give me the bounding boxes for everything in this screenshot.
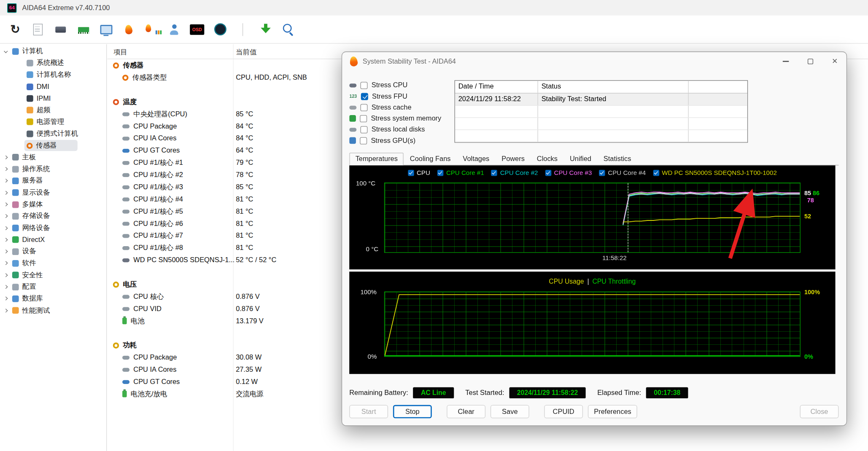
legend-item[interactable]: CPU bbox=[408, 169, 430, 176]
stress-checkbox[interactable] bbox=[360, 137, 367, 144]
benchmark-icon[interactable] bbox=[145, 22, 159, 36]
tab[interactable]: Clocks bbox=[531, 153, 563, 165]
chevron-icon[interactable] bbox=[4, 261, 8, 265]
legend-checkbox[interactable] bbox=[653, 169, 659, 175]
sidebar-item[interactable]: 软件 bbox=[0, 258, 106, 269]
memory-icon[interactable] bbox=[76, 22, 90, 36]
stress-option[interactable]: Stress system memory bbox=[349, 113, 452, 124]
minimize-icon[interactable] bbox=[783, 61, 789, 62]
tab[interactable]: Unified bbox=[563, 153, 597, 165]
legend-item[interactable]: CPU Core #4 bbox=[599, 169, 646, 176]
refresh-icon[interactable] bbox=[8, 22, 22, 36]
chevron-icon[interactable] bbox=[4, 226, 8, 230]
row-value: 81 °C bbox=[236, 244, 253, 252]
sidebar-item[interactable]: 多媒体 bbox=[0, 199, 106, 210]
dialog-button[interactable]: Stop bbox=[393, 405, 432, 419]
chevron-icon[interactable] bbox=[4, 167, 8, 171]
sidebar-item[interactable]: 存储设备 bbox=[0, 210, 106, 222]
legend-item[interactable]: CPU Core #1 bbox=[437, 169, 484, 176]
close-button[interactable]: Close bbox=[800, 405, 839, 419]
stress-checkbox[interactable] bbox=[360, 82, 367, 89]
stress-option[interactable]: 123 Stress FPU bbox=[349, 91, 452, 102]
sidebar-item[interactable]: 计算机名称 bbox=[0, 69, 106, 81]
stress-option[interactable]: Stress cache bbox=[349, 102, 452, 113]
chevron-icon[interactable] bbox=[4, 273, 8, 277]
sidebar-item[interactable]: 便携式计算机 bbox=[0, 128, 106, 140]
dialog-button[interactable]: Preferences bbox=[588, 405, 637, 419]
sidebar-item[interactable]: 主板 bbox=[0, 151, 106, 163]
legend-checkbox[interactable] bbox=[545, 169, 551, 175]
chevron-icon[interactable] bbox=[4, 156, 8, 159]
update-download-icon[interactable] bbox=[259, 22, 272, 36]
sidebar-item[interactable]: 数据库 bbox=[0, 293, 106, 305]
sensorpanel-icon[interactable] bbox=[213, 22, 227, 36]
chevron-icon[interactable] bbox=[4, 179, 8, 183]
stress-option[interactable]: Stress GPU(s) bbox=[349, 135, 452, 146]
log-row[interactable]: 2024/11/29 11:58:22 Stability Test: Star… bbox=[455, 94, 747, 106]
sidebar-item[interactable]: 电源管理 bbox=[0, 116, 106, 128]
stress-checkbox[interactable] bbox=[360, 115, 367, 122]
sidebar-item[interactable]: 性能测试 bbox=[0, 305, 106, 317]
chevron-icon[interactable] bbox=[4, 214, 8, 218]
stress-checkbox[interactable] bbox=[360, 104, 367, 111]
tab[interactable]: Voltages bbox=[457, 153, 496, 165]
sidebar-item[interactable]: 操作系统 bbox=[0, 163, 106, 175]
tab[interactable]: Temperatures bbox=[349, 153, 404, 165]
find-icon[interactable] bbox=[281, 22, 295, 36]
chevron-icon[interactable] bbox=[4, 238, 8, 242]
chevron-icon[interactable] bbox=[4, 202, 8, 206]
legend-label: CPU bbox=[417, 169, 430, 176]
tab[interactable]: Statistics bbox=[597, 153, 637, 165]
toolbar-separator[interactable] bbox=[236, 22, 250, 36]
close-icon[interactable] bbox=[832, 59, 838, 64]
sidebar-item[interactable]: DMI bbox=[0, 81, 106, 92]
dialog-button[interactable]: Save bbox=[491, 405, 529, 419]
legend-checkbox[interactable] bbox=[437, 169, 443, 175]
log-row[interactable] bbox=[455, 118, 747, 130]
legend-item[interactable]: WD PC SN5000S SDEQNSJ-1T00-1002 bbox=[653, 169, 777, 176]
stress-option[interactable]: Stress CPU bbox=[349, 80, 452, 91]
dialog-button[interactable]: Start bbox=[349, 405, 388, 419]
display-icon[interactable] bbox=[99, 22, 113, 36]
sidebar-item[interactable]: DirectX bbox=[0, 234, 106, 246]
chevron-icon[interactable] bbox=[4, 297, 8, 301]
tab[interactable]: Powers bbox=[496, 153, 531, 165]
sidebar-item[interactable]: 显示设备 bbox=[0, 187, 106, 199]
legend-checkbox[interactable] bbox=[599, 169, 605, 175]
dialog-button[interactable]: CPUID bbox=[544, 405, 583, 419]
maximize-icon[interactable] bbox=[808, 59, 813, 64]
sidebar-item[interactable]: IPMI bbox=[0, 92, 106, 104]
storage-icon[interactable] bbox=[54, 22, 67, 36]
stress-option[interactable]: Stress local disks bbox=[349, 124, 452, 135]
stress-checkbox[interactable] bbox=[361, 93, 368, 100]
chevron-icon[interactable] bbox=[4, 309, 8, 312]
chevron-icon[interactable] bbox=[4, 191, 8, 194]
dialog-button[interactable]: Clear bbox=[447, 405, 485, 419]
system-audit-icon[interactable] bbox=[167, 22, 181, 36]
report-icon[interactable] bbox=[31, 22, 45, 36]
legend-item[interactable]: CPU Core #3 bbox=[545, 169, 592, 176]
sidebar-item[interactable]: 设备 bbox=[0, 246, 106, 258]
sidebar-item-label: 电源管理 bbox=[37, 117, 65, 126]
chevron-icon[interactable] bbox=[4, 49, 8, 53]
chevron-icon[interactable] bbox=[4, 285, 8, 289]
sidebar-item[interactable]: 超频 bbox=[0, 104, 106, 116]
tab[interactable]: Cooling Fans bbox=[404, 153, 457, 165]
sidebar-item[interactable]: 计算机 bbox=[0, 46, 106, 57]
legend-checkbox[interactable] bbox=[491, 169, 497, 175]
sidebar-item[interactable]: 配置 bbox=[0, 281, 106, 293]
burn-in-icon[interactable] bbox=[122, 22, 136, 36]
chevron-icon[interactable] bbox=[4, 250, 8, 253]
sidebar-item[interactable]: 系统概述 bbox=[0, 57, 106, 69]
sidebar-item[interactable]: 传感器 bbox=[0, 140, 106, 151]
legend-checkbox[interactable] bbox=[408, 169, 414, 175]
log-row[interactable] bbox=[455, 130, 747, 142]
log-row[interactable] bbox=[455, 106, 747, 118]
sidebar-item[interactable]: 服务器 bbox=[0, 175, 106, 187]
sidebar-item[interactable]: 网络设备 bbox=[0, 222, 106, 234]
legend-item[interactable]: CPU Core #2 bbox=[491, 169, 538, 176]
stress-checkbox[interactable] bbox=[360, 126, 367, 133]
sidebar-item[interactable]: 安全性 bbox=[0, 269, 106, 281]
osd-icon[interactable]: OSD bbox=[190, 24, 204, 35]
row-label: 电池充/放电 bbox=[131, 389, 167, 398]
